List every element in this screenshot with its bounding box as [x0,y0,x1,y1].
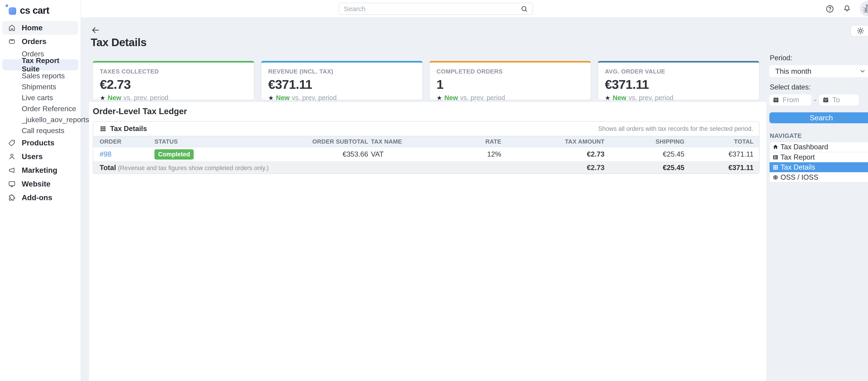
stat-suffix: vs. prev. period [124,94,168,102]
cs-cart-logo-icon [7,5,17,15]
navigate-item-label: Tax Report [780,153,815,161]
navigate-item-tax-details[interactable]: Tax Details [770,162,868,172]
admin-page: cs cart Home Orders Orders Tax Report Su… [0,0,868,381]
sidebar-item-orders[interactable]: Orders [2,35,79,49]
ledger-section-title: Order-Level Tax Ledger [89,102,766,116]
cell-tax-amount: €2.73 [503,147,606,162]
ledger-card: Tax Details Shows all orders with tax re… [93,121,760,174]
col-total: TOTAL [686,136,759,147]
stat-card-completed-orders: COMPLETED ORDERS 1 ★ New vs. prev. perio… [429,61,591,100]
sidebar-item-label: Website [22,180,51,188]
col-shipping: SHIPPING [606,136,686,147]
user-icon [8,153,16,161]
stat-badge-new: New [107,94,121,102]
total-tax-amount: €2.73 [503,162,606,173]
search-input[interactable] [339,5,520,13]
stat-footnote: ★ New vs. prev. period [268,94,415,102]
ledger-card-title: Tax Details [110,125,147,133]
filter-panel: Period: This month Select dates: - Searc… [769,54,868,182]
sidebar-item-label: Products [22,138,54,147]
col-tax-amount: TAX AMOUNT [503,136,606,147]
star-icon: ★ [268,94,274,102]
date-to-input[interactable] [832,96,856,104]
user-avatar[interactable] [860,1,868,17]
bug-avatar-icon [862,3,868,15]
stat-value: €2.73 [100,77,247,92]
stat-card-avg-order-value: AVG. ORDER VALUE €371.11 ★ New vs. prev.… [597,61,760,100]
navigate-label: NAVIGATE [770,132,868,139]
stat-label: COMPLETED ORDERS [436,68,584,75]
globe-icon [772,174,779,181]
logo[interactable]: cs cart [0,0,81,18]
stat-badge-new: New [276,94,290,102]
sidebar-item-users[interactable]: Users [2,150,79,163]
sidebar-item-label: Marketing [22,166,57,174]
date-range: - [769,95,868,105]
stat-label: AVG. ORDER VALUE [605,68,752,75]
date-from-input[interactable] [782,96,808,104]
date-to-field[interactable] [819,95,859,105]
sidebar-item-products[interactable]: Products [2,136,79,150]
global-search [339,3,533,15]
stat-badge-new: New [444,94,458,102]
total-label: Total [100,164,116,172]
stat-footnote: ★ New vs. prev. period [605,94,752,102]
sidebar-item-call-requests[interactable]: Call requests [2,125,79,136]
notifications-bell-icon[interactable] [842,4,851,13]
ledger-card-header: Tax Details Shows all orders with tax re… [93,122,759,136]
date-from-field[interactable] [769,95,811,105]
period-select[interactable]: This month [769,65,868,77]
star-icon: ★ [436,94,442,102]
stat-value: 1 [436,77,584,92]
navigate-item-tax-report[interactable]: Tax Report [770,152,868,162]
cell-rate: 12% [446,147,503,162]
status-badge: Completed [154,149,194,160]
navigate-item-tax-dashboard[interactable]: Tax Dashboard [770,142,868,152]
table-total-row: Total (Revenue and tax figures show comp… [93,162,759,173]
navigate-item-oss-ioss[interactable]: OSS / IOSS [770,172,868,182]
cell-subtotal: €353.66 [260,147,370,162]
sidebar: cs cart Home Orders Orders Tax Report Su… [0,0,81,381]
calendar-icon [822,97,829,103]
col-order: ORDER [93,136,153,147]
sidebar-item-jukello-aov-reports[interactable]: _jukello_aov_reports [2,114,79,125]
star-icon: ★ [605,94,610,102]
megaphone-icon [8,166,16,174]
ledger-section: Order-Level Tax Ledger Tax Details Shows… [89,102,766,381]
settings-button[interactable] [850,25,868,36]
back-arrow-icon[interactable] [91,26,100,35]
help-icon[interactable] [825,4,834,13]
grid-icon [772,164,779,170]
total-total: €371.11 [686,162,759,173]
report-table-icon [772,154,779,160]
filter-search-button[interactable]: Search [769,112,868,123]
period-selected-value: This month [775,67,811,75]
total-note: (Revenue and tax figures show completed … [118,165,269,171]
sidebar-item-marketing[interactable]: Marketing [2,163,79,177]
sidebar-item-order-reference[interactable]: Order Reference [2,103,79,114]
table-row: #98 Completed €353.66 VAT 12% €2.73 €25.… [93,147,759,162]
sidebar-item-website[interactable]: Website [2,177,79,191]
order-link[interactable]: #98 [100,150,112,158]
stat-value: €371.11 [268,77,415,92]
stat-badge-new: New [613,94,626,102]
sidebar-item-addons[interactable]: Add-ons [2,191,79,204]
ledger-card-title-wrap: Tax Details [100,125,147,133]
navigate-list: Tax Dashboard Tax Report Tax Details OSS… [769,142,868,182]
sidebar-item-live-carts[interactable]: Live carts [2,92,79,103]
page-title: Tax Details [91,36,147,49]
sidebar-item-home[interactable]: Home [2,21,79,35]
select-dates-label: Select dates: [770,83,868,91]
logo-text: cs cart [20,5,49,16]
chevron-down-icon [860,68,866,74]
stat-suffix: vs. prev. period [629,94,673,102]
ledger-note: Shows all orders with tax records for th… [598,125,753,132]
cell-tax-name: VAT [370,147,446,162]
grid-icon [100,125,106,132]
search-icon[interactable] [520,5,528,13]
sidebar-item-tax-report-suite[interactable]: Tax Report Suite [2,59,79,70]
tag-icon [8,139,16,147]
sidebar-item-shipments[interactable]: Shipments [2,81,79,92]
puzzle-icon [8,194,16,202]
sidebar-item-label: Orders [22,37,46,46]
